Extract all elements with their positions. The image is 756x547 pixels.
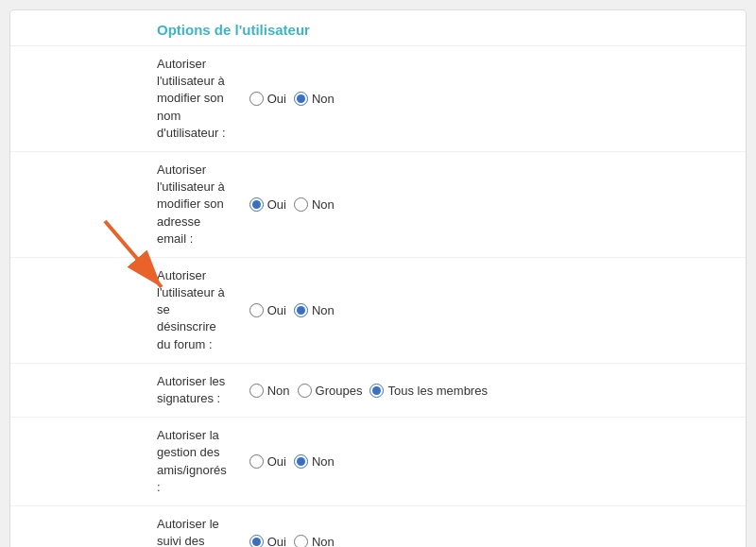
radio-option-email-oui[interactable]: Oui <box>249 197 286 212</box>
radio-input-friends-non[interactable] <box>294 454 308 469</box>
row-label-email: Autoriser l'utilisateur à modifier son a… <box>10 151 238 257</box>
radio-input-suivi-oui[interactable] <box>249 535 264 547</box>
radio-input-friends-oui[interactable] <box>249 454 264 469</box>
radio-label-suivi-non: Non <box>312 535 335 547</box>
radio-option-username-non[interactable]: Non <box>294 92 335 106</box>
radio-label-email-non: Non <box>312 197 335 212</box>
radio-input-signatures-groupes[interactable] <box>298 384 312 398</box>
radio-label-signatures-tous-les-membres: Tous les membres <box>387 384 487 398</box>
radio-group-signatures: NonGroupesTous les membres <box>249 384 734 398</box>
table-row: Autoriser l'utilisateur à se désinscrire… <box>10 257 746 363</box>
radio-label-username-non: Non <box>312 92 335 106</box>
radio-cell-username: OuiNon <box>238 46 746 151</box>
radio-input-signatures-non[interactable] <box>249 384 264 398</box>
table-row: Autoriser la gestion des amis/ignorés :O… <box>10 418 746 506</box>
radio-input-email-oui[interactable] <box>249 197 264 212</box>
options-table: Autoriser l'utilisateur à modifier son n… <box>10 46 746 547</box>
radio-label-username-oui: Oui <box>267 92 286 106</box>
radio-input-signatures-tous-les-membres[interactable] <box>369 384 384 398</box>
radio-cell-unsubscribe: OuiNon <box>238 257 746 363</box>
radio-input-username-oui[interactable] <box>249 92 264 106</box>
radio-group-unsubscribe: OuiNon <box>249 303 734 317</box>
table-row: Autoriser le suivi des membres :OuiNon <box>10 505 746 547</box>
table-row: Autoriser l'utilisateur à modifier son a… <box>10 151 746 257</box>
radio-option-signatures-groupes[interactable]: Groupes <box>298 384 363 398</box>
radio-option-username-oui[interactable]: Oui <box>249 92 286 106</box>
radio-option-suivi-non[interactable]: Non <box>294 535 335 547</box>
radio-label-unsubscribe-non: Non <box>312 303 335 317</box>
radio-label-suivi-oui: Oui <box>267 535 286 547</box>
radio-input-username-non[interactable] <box>294 92 308 106</box>
radio-input-unsubscribe-oui[interactable] <box>249 303 264 317</box>
radio-input-suivi-non[interactable] <box>294 535 308 547</box>
radio-option-friends-oui[interactable]: Oui <box>249 454 286 469</box>
row-label-suivi: Autoriser le suivi des membres : <box>10 505 238 547</box>
radio-label-friends-non: Non <box>312 454 335 469</box>
radio-option-email-non[interactable]: Non <box>294 197 335 212</box>
radio-option-suivi-oui[interactable]: Oui <box>249 535 286 547</box>
radio-cell-suivi: OuiNon <box>238 505 746 547</box>
radio-label-email-oui: Oui <box>267 197 286 212</box>
row-label-signatures: Autoriser les signatures : <box>10 363 238 417</box>
row-label-unsubscribe: Autoriser l'utilisateur à se désinscrire… <box>10 257 238 363</box>
radio-label-friends-oui: Oui <box>267 454 286 469</box>
table-row: Autoriser les signatures :NonGroupesTous… <box>10 363 746 417</box>
row-label-friends: Autoriser la gestion des amis/ignorés : <box>10 418 238 506</box>
main-container: Options de l'utilisateur Autoriser l'uti… <box>9 9 747 547</box>
radio-option-unsubscribe-non[interactable]: Non <box>294 303 335 317</box>
row-label-username: Autoriser l'utilisateur à modifier son n… <box>10 46 238 151</box>
radio-group-suivi: OuiNon <box>249 535 734 547</box>
radio-option-friends-non[interactable]: Non <box>294 454 335 469</box>
radio-option-unsubscribe-oui[interactable]: Oui <box>249 303 286 317</box>
radio-cell-email: OuiNon <box>238 151 746 257</box>
radio-label-signatures-groupes: Groupes <box>316 384 363 398</box>
radio-label-signatures-non: Non <box>267 384 290 398</box>
table-row: Autoriser l'utilisateur à modifier son n… <box>10 46 746 151</box>
section-title: Options de l'utilisateur <box>10 10 746 46</box>
radio-group-email: OuiNon <box>249 197 734 212</box>
radio-label-unsubscribe-oui: Oui <box>267 303 286 317</box>
radio-cell-friends: OuiNon <box>238 418 746 506</box>
radio-option-signatures-non[interactable]: Non <box>249 384 290 398</box>
radio-option-signatures-tous-les-membres[interactable]: Tous les membres <box>369 384 487 398</box>
radio-input-unsubscribe-non[interactable] <box>294 303 308 317</box>
radio-cell-signatures: NonGroupesTous les membres <box>238 363 746 417</box>
radio-group-username: OuiNon <box>249 92 734 106</box>
radio-group-friends: OuiNon <box>249 454 734 469</box>
radio-input-email-non[interactable] <box>294 197 308 212</box>
